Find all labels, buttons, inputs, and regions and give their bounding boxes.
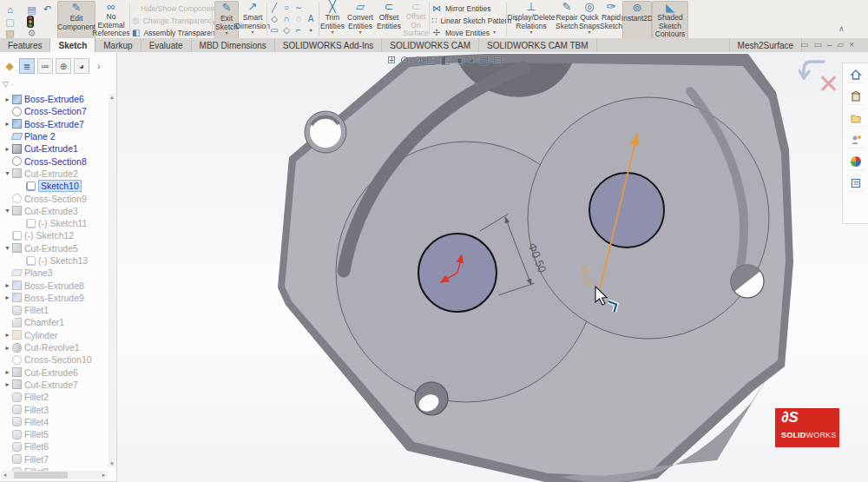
tree-filter-icon[interactable]: ▽ · (3, 80, 13, 89)
tree-item[interactable]: (-) Sketch13 (0, 254, 109, 267)
property-manager-icon[interactable]: ≔ (37, 58, 53, 74)
text-icon[interactable]: A (305, 14, 317, 25)
save-icon[interactable]: ▤ (26, 4, 37, 16)
edit-appearance-icon[interactable]: ◕ (468, 54, 474, 66)
shaded-sketch-contours-button[interactable]: ◣ Shaded Sketch Contours (652, 1, 688, 39)
tree-item[interactable]: (-) Sketch12 (0, 229, 109, 241)
scrollbar-thumb[interactable] (14, 472, 68, 479)
tree-item[interactable]: Fillet7 (0, 453, 109, 465)
scroll-right-icon[interactable]: ▸ (100, 472, 108, 479)
zoom-to-fit-icon[interactable]: ⊞ (387, 54, 396, 66)
trim-entities-button[interactable]: ╳ Trim Entities ▾ (320, 1, 345, 37)
move-entities-caret-icon[interactable]: ▾ (493, 30, 496, 35)
scroll-up-icon[interactable]: ▴ (108, 94, 115, 101)
tree-item[interactable]: ▸Boss-Extrude6 (0, 93, 109, 105)
appearances-scenes-icon[interactable] (848, 154, 864, 170)
restore-icon[interactable]: ▱ (837, 40, 844, 50)
scroll-left-icon[interactable]: ◂ (1, 472, 9, 479)
expand-icon[interactable]: ▸ (3, 380, 12, 388)
tree-item[interactable]: Plane 2 (0, 130, 109, 142)
line-icon[interactable]: ╱ (268, 3, 280, 14)
tab-evaluate[interactable]: Evaluate (141, 38, 192, 52)
tab-features[interactable]: Features (0, 38, 50, 52)
file-explorer-icon[interactable] (848, 110, 864, 127)
edit-component-button[interactable]: ✎ Edit Component (57, 1, 95, 39)
tree-item[interactable]: (-) Sketch11 (0, 217, 109, 229)
home-icon[interactable]: ⌂ (4, 4, 16, 16)
change-transparency-button[interactable]: ◍ Change Transparency (132, 15, 212, 26)
quick-snaps-button[interactable]: ◎ Quick Snaps ▾ (579, 1, 600, 37)
corner-rectangle-icon[interactable]: ◇ (268, 14, 280, 25)
tab-solidworks-add-ins[interactable]: SOLIDWORKS Add-Ins (275, 38, 382, 52)
expand-icon[interactable]: ▸ (3, 331, 12, 339)
linear-sketch-pattern-button[interactable]: ∷ Linear Sketch Pattern ▾ (431, 15, 506, 26)
rapid-sketch-button[interactable]: ✑ Rapid Sketch (601, 1, 621, 37)
tree-item[interactable]: Fillet6 (0, 440, 109, 452)
tree-item[interactable]: Cross-Section8 (0, 155, 109, 167)
bolt-hole-bottom-left[interactable] (415, 382, 448, 415)
tree-item[interactable]: Plane3 (0, 267, 109, 279)
move-entities-button[interactable]: ✢ Move Entities ▾ (431, 27, 506, 38)
custom-properties-icon[interactable] (848, 175, 864, 192)
section-view-icon[interactable]: ⊘ (413, 54, 422, 66)
assembly-transparency-button[interactable]: ◧ Assembly Transparency (132, 27, 212, 38)
tree-item[interactable]: Fillet5 (0, 428, 109, 440)
tree-horizontal-scrollbar[interactable]: ◂ ▸ (1, 471, 108, 479)
display-delete-relations-button[interactable]: ⊥ Display/Delete Relations ▾ (509, 1, 554, 37)
smart-dimension-caret-icon[interactable]: ▾ (251, 30, 253, 35)
offset-entities-button[interactable]: ⊂ Offset Entities (376, 1, 402, 37)
sketch-fillet-icon[interactable]: ⌐ (293, 25, 305, 36)
configurations-icon[interactable]: ⊕ (56, 58, 71, 74)
tab-sketch[interactable]: Sketch (50, 38, 95, 52)
zoom-to-area-icon[interactable]: ⊙ (400, 54, 409, 66)
expand-icon[interactable]: ▸ (3, 294, 12, 301)
tab-mbd-dimensions[interactable]: MBD Dimensions (192, 38, 275, 52)
tab-solidworks-cam[interactable]: SOLIDWORKS CAM (382, 38, 479, 52)
new-document-icon[interactable]: ▢ (4, 17, 16, 28)
spline-icon[interactable]: ∼ (293, 3, 305, 14)
expand-icon[interactable]: ▾ (3, 244, 12, 252)
expand-icon[interactable]: ▾ (3, 169, 12, 177)
tree-vertical-scrollbar[interactable]: ▴ ▾ (108, 94, 115, 467)
expand-pane-icon[interactable]: › (92, 59, 106, 73)
tree-item[interactable]: ▸Boss-Extrude9 (0, 292, 109, 304)
exit-sketch-caret-icon[interactable]: ▾ (225, 31, 227, 36)
tree-item[interactable]: Fillet1 (0, 304, 109, 316)
tree-item[interactable]: ▾Cut-Extrude3 (0, 205, 109, 217)
tree-item[interactable]: Cross-Section10 (0, 353, 109, 366)
tree-item[interactable]: Cross-Section7 (0, 105, 109, 117)
view-orientation-icon[interactable]: ◳ (426, 54, 436, 66)
offset-on-surface-button[interactable]: ⊂ Offset On Surface (404, 1, 428, 37)
undo-icon[interactable]: ↶ (42, 3, 53, 15)
feature-tree-icon[interactable]: ≣ (19, 58, 35, 74)
arc-icon[interactable]: ∩ (280, 14, 293, 25)
convert-caret-icon[interactable]: ▾ (358, 30, 361, 35)
tab-markup[interactable]: Markup (95, 38, 141, 52)
tree-item[interactable]: ▾Cut-Extrude2 (0, 168, 109, 180)
cancel-sketch-icon[interactable]: ✕ (818, 71, 839, 97)
hide-show-items-icon[interactable]: ◉ (455, 54, 464, 66)
pane-a-icon[interactable]: ▭ (800, 40, 808, 50)
tree-item[interactable]: Cross-Section9 (0, 192, 109, 204)
bore-right[interactable] (589, 173, 664, 248)
tab-solidworks-cam-tbm[interactable]: SOLIDWORKS CAM TBM (479, 38, 597, 52)
quick-snaps-caret-icon[interactable]: ▾ (588, 30, 590, 35)
graphics-area[interactable]: Φ0.50 Ø0.50 ⊞⊙⊘◳◧◉◕▦▤ ✕ (0, 52, 868, 482)
relations-caret-icon[interactable]: ▾ (529, 30, 532, 35)
tree-item[interactable]: Fillet3 (0, 403, 109, 415)
tree-item[interactable]: Chamfer1 (0, 316, 109, 328)
tree-item[interactable]: Fillet2 (0, 391, 109, 403)
smart-dimension-button[interactable]: ↗ Smart Dimension ▾ (239, 1, 266, 37)
close-icon[interactable]: × (849, 40, 854, 50)
apply-scene-icon[interactable]: ▦ (479, 54, 489, 66)
tree-item[interactable]: ▾Cut-Extrude5 (0, 242, 109, 254)
expand-icon[interactable]: ▸ (3, 120, 12, 128)
instant2d-button[interactable]: ⊚ Instant2D (622, 1, 652, 39)
expand-icon[interactable]: ▾ (3, 207, 12, 215)
tree-item[interactable]: ▸Cut-Extrude1 (0, 142, 109, 155)
tree-item[interactable]: Fillet4 (0, 416, 109, 428)
circle-icon[interactable]: ○ (280, 3, 293, 14)
display-manager-icon[interactable]: ◕ (74, 58, 89, 74)
display-style-icon[interactable]: ◧ (441, 54, 450, 66)
expand-icon[interactable]: ▸ (3, 344, 12, 352)
